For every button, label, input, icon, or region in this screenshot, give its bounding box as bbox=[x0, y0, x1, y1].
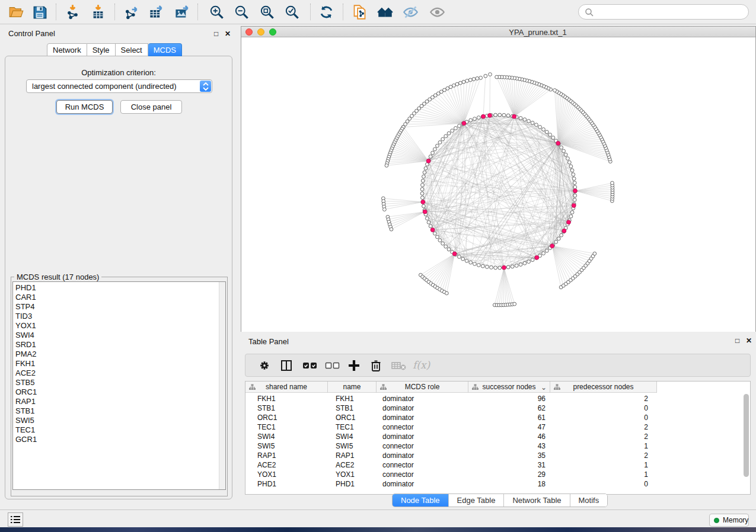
mcds-result-item[interactable]: ACE2 bbox=[15, 368, 225, 378]
memory-button[interactable]: Memory bbox=[709, 514, 749, 527]
mcds-result-item[interactable]: TID3 bbox=[15, 312, 225, 321]
zoom-out-icon[interactable] bbox=[234, 4, 250, 20]
mcds-result-item[interactable]: PMA2 bbox=[15, 350, 225, 359]
mcds-result-item[interactable]: STB5 bbox=[15, 378, 225, 387]
function-builder-icon[interactable]: f(x) bbox=[413, 359, 430, 372]
show-all-icon[interactable] bbox=[429, 4, 445, 20]
show-column-icon[interactable] bbox=[280, 359, 293, 372]
table-row[interactable]: ACE2ACE2connector311 bbox=[245, 460, 657, 470]
close-panel-button[interactable]: Close panel bbox=[120, 100, 182, 114]
column-header-name[interactable]: name bbox=[328, 382, 377, 393]
import-network-icon[interactable] bbox=[65, 4, 81, 20]
cell: 62 bbox=[468, 404, 546, 412]
clone-network-icon[interactable] bbox=[352, 4, 368, 20]
mcds-result-item[interactable]: STB1 bbox=[15, 406, 225, 416]
close-panel-icon[interactable]: ✕ bbox=[225, 30, 231, 38]
table-float-icon[interactable]: □ bbox=[735, 336, 739, 345]
table-tab-network-table[interactable]: Network Table bbox=[504, 494, 570, 507]
optimization-criterion-label: Optimization criterion: bbox=[5, 68, 232, 77]
cell: 0 bbox=[550, 404, 648, 412]
select-all-icon[interactable] bbox=[302, 359, 318, 372]
task-history-button[interactable] bbox=[8, 512, 23, 527]
mcds-result-item[interactable]: ORC1 bbox=[15, 387, 225, 397]
column-header-predecessor-nodes[interactable]: predecessor nodes bbox=[550, 382, 657, 393]
tab-style[interactable]: Style bbox=[87, 43, 116, 56]
mcds-result-list[interactable]: PHD1CAR1STP4TID3YOX1SWI4SRD1PMA2FKH1ACE2… bbox=[12, 281, 226, 490]
cell: ACE2 bbox=[336, 461, 377, 469]
mcds-result-item[interactable]: STP4 bbox=[15, 302, 225, 312]
search-input[interactable] bbox=[578, 4, 749, 20]
save-icon[interactable] bbox=[32, 4, 48, 20]
tab-network[interactable]: Network bbox=[47, 43, 87, 56]
table-close-icon[interactable]: ✕ bbox=[746, 336, 752, 345]
hide-selected-icon[interactable] bbox=[403, 4, 419, 20]
close-window-icon[interactable] bbox=[245, 28, 253, 36]
mcds-result-item[interactable]: RAP1 bbox=[15, 397, 225, 406]
first-neighbors-icon[interactable] bbox=[377, 4, 393, 20]
minimize-window-icon[interactable] bbox=[257, 28, 264, 36]
mcds-result-item[interactable]: YOX1 bbox=[15, 321, 225, 331]
export-table-icon[interactable] bbox=[148, 4, 164, 20]
cell: dominator bbox=[382, 404, 454, 412]
table-row[interactable]: STB1STB1dominator620 bbox=[245, 403, 657, 413]
mcds-result-item[interactable]: GCR1 bbox=[15, 435, 225, 444]
refresh-icon[interactable] bbox=[318, 4, 334, 20]
cell: dominator bbox=[382, 432, 454, 441]
deselect-all-icon[interactable] bbox=[325, 359, 340, 372]
mcds-result-item[interactable]: PHD1 bbox=[15, 283, 225, 293]
float-panel-icon[interactable]: □ bbox=[214, 30, 218, 38]
import-table-icon[interactable] bbox=[90, 4, 106, 20]
tab-select[interactable]: Select bbox=[116, 43, 148, 56]
export-image-icon[interactable] bbox=[174, 4, 190, 20]
export-network-icon[interactable] bbox=[123, 4, 139, 20]
table-row[interactable]: SWI5SWI5connector431 bbox=[245, 441, 657, 451]
optimization-criterion-select[interactable]: largest connected component (undirected) bbox=[26, 79, 212, 93]
zoom-selected-icon[interactable] bbox=[284, 4, 300, 20]
table-row[interactable]: YOX1YOX1connector291 bbox=[245, 470, 657, 479]
delete-column-icon[interactable] bbox=[391, 359, 407, 372]
cell: ORC1 bbox=[336, 414, 377, 422]
cell: RAP1 bbox=[257, 451, 328, 460]
zoom-in-icon[interactable] bbox=[209, 4, 225, 20]
table-row[interactable]: SWI4SWI4dominator462 bbox=[245, 432, 657, 441]
cell: 96 bbox=[468, 395, 546, 403]
optimization-criterion-value: largest connected component (undirected) bbox=[32, 82, 177, 91]
control-panel: Control Panel □ ✕ Network Style Select M… bbox=[0, 24, 237, 509]
mcds-result-item[interactable]: FKH1 bbox=[15, 359, 225, 368]
mcds-result-item[interactable]: SWI5 bbox=[15, 416, 225, 425]
table-row[interactable]: ORC1ORC1dominator610 bbox=[245, 413, 657, 422]
cell: ACE2 bbox=[257, 461, 328, 469]
mcds-result-item[interactable]: CAR1 bbox=[15, 293, 225, 302]
tab-mcds[interactable]: MCDS bbox=[148, 43, 182, 56]
cell: 1 bbox=[550, 461, 648, 469]
table-settings-icon[interactable] bbox=[259, 359, 270, 372]
table-row[interactable]: FKH1FKH1dominator962 bbox=[245, 394, 657, 403]
network-window-titlebar[interactable]: YPA_prune.txt_1 bbox=[241, 27, 755, 37]
column-header-successor-nodes[interactable]: successor nodes⌄ bbox=[468, 382, 550, 393]
table-tab-edge-table[interactable]: Edge Table bbox=[449, 494, 505, 507]
node-table: shared namenameMCDS rolesuccessor nodes⌄… bbox=[245, 381, 751, 495]
network-window-title: YPA_prune.txt_1 bbox=[470, 28, 606, 37]
mcds-list-scrollbar[interactable] bbox=[219, 282, 225, 489]
open-file-icon[interactable] bbox=[8, 4, 24, 20]
table-tab-node-table[interactable]: Node Table bbox=[393, 494, 449, 507]
delete-icon[interactable] bbox=[370, 359, 382, 372]
table-row[interactable]: PHD1PHD1dominator180 bbox=[245, 479, 657, 489]
column-header-shared-name[interactable]: shared name bbox=[245, 382, 328, 393]
zoom-fit-icon[interactable] bbox=[259, 4, 275, 20]
network-canvas[interactable] bbox=[241, 37, 755, 332]
table-row[interactable]: RAP1RAP1dominator352 bbox=[245, 451, 657, 460]
mcds-result-item[interactable]: SRD1 bbox=[15, 340, 225, 350]
add-icon[interactable] bbox=[347, 359, 361, 372]
cell: YOX1 bbox=[336, 470, 377, 479]
table-scrollbar[interactable] bbox=[744, 394, 749, 477]
memory-label: Memory bbox=[723, 516, 748, 524]
mcds-result-item[interactable]: TEC1 bbox=[15, 425, 225, 435]
run-mcds-button[interactable]: Run MCDS bbox=[56, 100, 113, 114]
mcds-result-item[interactable]: SWI4 bbox=[15, 331, 225, 340]
column-header-MCDS-role[interactable]: MCDS role bbox=[377, 382, 468, 393]
table-tab-motifs[interactable]: Motifs bbox=[570, 494, 608, 507]
table-row[interactable]: TEC1TEC1connector472 bbox=[245, 422, 657, 432]
cell: dominator bbox=[382, 395, 454, 403]
maximize-window-icon[interactable] bbox=[269, 28, 276, 36]
